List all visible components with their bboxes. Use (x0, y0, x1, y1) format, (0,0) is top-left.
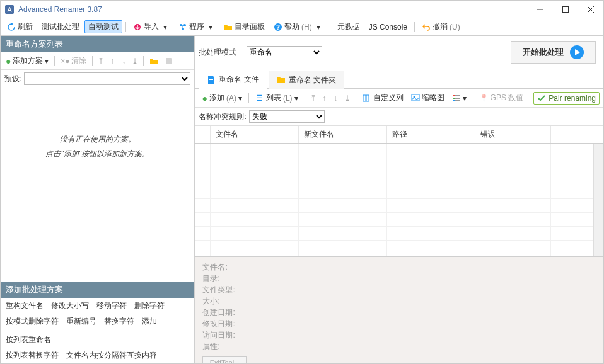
column-checkbox[interactable] (195, 126, 211, 143)
detail-filename-label: 文件名: (202, 262, 227, 273)
help-accelerator: (H) (301, 23, 312, 31)
svg-rect-21 (453, 95, 455, 96)
right-pane: 批处理模式 重命名 开始批处理 重命名 文件 重命名 文件夹 (195, 36, 603, 363)
scheme-links-row3: 按列表替换字符 文件名内按分隔符互换内容 (1, 348, 194, 363)
link-renumber[interactable]: 重新编号 (66, 316, 96, 327)
help-button[interactable]: ? 帮助 (H) ▾ (270, 20, 327, 33)
link-replace-list[interactable]: 按列表替换字符 (6, 350, 59, 361)
dropdown-icon: ▾ (314, 23, 323, 31)
columns-icon (363, 94, 371, 103)
dropdown-icon: ▾ (161, 23, 170, 31)
vertical-scrollbar[interactable] (593, 144, 603, 256)
svg-rect-24 (455, 98, 460, 99)
link-replace[interactable]: 替换字符 (104, 316, 134, 327)
link-delete[interactable]: 删除字符 (134, 300, 165, 311)
auto-test-button[interactable]: 自动测试 (84, 20, 122, 33)
refresh-button[interactable]: 刷新 (3, 20, 37, 33)
svg-rect-17 (363, 95, 366, 101)
column-path[interactable]: 路径 (387, 126, 475, 143)
detail-accessed-label: 访问日期: (202, 330, 235, 341)
separator (530, 93, 530, 103)
refresh-icon (7, 23, 16, 31)
move-up-icon[interactable]: ↑ (107, 56, 117, 66)
detail-type-label: 文件类型: (202, 285, 235, 295)
dir-panel-button[interactable]: 目录面板 (220, 20, 269, 33)
exiftool-button[interactable]: ExifTool... (202, 356, 247, 363)
table-row (195, 227, 603, 241)
preset-select[interactable] (24, 72, 190, 85)
column-filename[interactable]: 文件名 (211, 126, 299, 143)
mode-bar: 批处理模式 重命名 开始批处理 (195, 36, 603, 69)
svg-rect-26 (455, 100, 460, 101)
move-top-icon[interactable]: ⤒ (308, 93, 318, 103)
move-top-icon[interactable]: ⤒ (96, 56, 106, 66)
clear-button[interactable]: ×● 清除 (58, 54, 89, 67)
link-restructure[interactable]: 重构文件名 (6, 300, 44, 311)
open-folder-button[interactable] (147, 55, 161, 67)
add-files-button[interactable]: ● 添加 (A) ▾ (199, 91, 245, 105)
thumbnails-button[interactable]: 缩略图 (408, 91, 448, 105)
mode-select[interactable]: 重命名 (247, 46, 322, 59)
table-row (195, 254, 603, 256)
move-down-icon[interactable]: ↓ (119, 56, 129, 66)
metadata-button[interactable]: 元数据 (334, 20, 364, 33)
minimize-button[interactable] (528, 1, 553, 18)
program-button[interactable]: 程序 ▾ (175, 20, 219, 33)
svg-rect-19 (412, 94, 419, 101)
link-add[interactable]: 添加 (142, 316, 157, 327)
auto-test-label: 自动测试 (88, 21, 119, 32)
link-delete-pattern[interactable]: 按模式删除字符 (6, 316, 59, 327)
import-button[interactable]: 导入 ▾ (129, 20, 173, 33)
display-mode-button[interactable]: ▾ (449, 93, 470, 104)
separator (473, 93, 473, 103)
play-icon (570, 45, 584, 59)
preset-label: 预设: (4, 74, 21, 84)
link-rename-list[interactable]: 按列表重命名 (6, 334, 51, 345)
move-bottom-icon[interactable]: ⤓ (130, 56, 140, 66)
close-button[interactable] (578, 1, 603, 18)
add-scheme-button[interactable]: ● 添加方案 ▾ (3, 54, 51, 67)
grid-body[interactable] (195, 144, 603, 256)
list-button[interactable]: ☰ 列表 (L) ▾ (252, 91, 301, 105)
move-down-icon[interactable]: ↓ (331, 93, 341, 103)
gps-label: GPS 数值 (491, 93, 524, 103)
js-console-button[interactable]: JS Console (365, 21, 411, 33)
tab-rename-files[interactable]: 重命名 文件 (199, 71, 267, 89)
move-up-icon[interactable]: ↑ (320, 93, 330, 103)
link-case[interactable]: 修改大小写 (51, 300, 89, 311)
dropdown-icon: ▾ (206, 23, 215, 31)
test-batch-button[interactable]: 测试批处理 (38, 20, 83, 33)
dropdown-icon: ▾ (463, 94, 467, 103)
column-newname[interactable]: 新文件名 (299, 126, 387, 143)
link-move[interactable]: 移动字符 (96, 300, 127, 311)
gps-button[interactable]: 📍 GPS 数值 (477, 91, 527, 105)
undo-button[interactable]: 撤消 (U) (418, 20, 464, 33)
column-error[interactable]: 错误 (475, 126, 551, 143)
start-batch-button[interactable]: 开始批处理 (511, 41, 596, 64)
tab-rename-folders[interactable]: 重命名 文件夹 (269, 71, 344, 89)
detail-size-label: 大小: (202, 296, 219, 307)
move-bottom-icon[interactable]: ⤓ (342, 93, 352, 103)
svg-rect-3 (563, 7, 569, 13)
undo-icon (422, 23, 431, 31)
dropdown-icon: ▾ (294, 94, 298, 103)
save-icon (165, 57, 173, 65)
scheme-list-header: 重命名方案列表 (1, 36, 194, 52)
undo-label: 撤消 (433, 21, 448, 32)
save-button[interactable] (162, 55, 176, 67)
separator (305, 93, 305, 103)
custom-cols-label: 自定义列 (373, 93, 404, 103)
link-swap-delim[interactable]: 文件名内按分隔符互换内容 (66, 350, 157, 361)
maximize-button[interactable] (553, 1, 578, 18)
details-panel: 文件名: 目录: 文件类型: 大小: 创建日期: 修改日期: 访问日期: 属性:… (195, 256, 603, 363)
custom-columns-button[interactable]: 自定义列 (359, 91, 407, 105)
file-icon (207, 76, 216, 84)
table-row (195, 185, 603, 199)
help-icon: ? (274, 23, 282, 31)
pair-renaming-button[interactable]: Pair renaming (533, 92, 600, 105)
conflict-select[interactable]: 失败 (249, 110, 325, 123)
pair-label: Pair renaming (549, 94, 596, 103)
import-label: 导入 (144, 21, 159, 32)
metadata-label: 元数据 (337, 21, 360, 32)
svg-text:?: ? (276, 24, 280, 31)
